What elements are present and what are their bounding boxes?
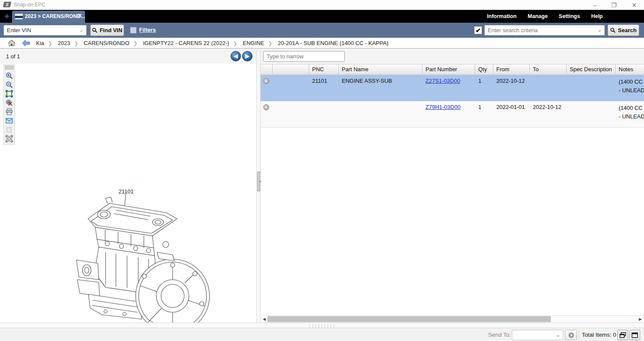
chevron-down-icon[interactable]: ⌄ — [597, 27, 602, 33]
scrollbar-thumb[interactable] — [267, 316, 551, 322]
zoom-area-icon[interactable] — [4, 134, 15, 143]
cell-image — [273, 75, 309, 101]
breadcrumb-model[interactable]: CARENS/RONDO — [84, 40, 129, 46]
vin-combobox[interactable]: Enter VIN ⌄ — [3, 25, 87, 36]
parts-table: PNC Part Name Part Number Qty From To Sp… — [261, 63, 644, 323]
close-button[interactable]: ✕ — [630, 1, 638, 9]
col-from[interactable]: From — [493, 64, 530, 74]
status-divider — [579, 330, 579, 340]
email-icon[interactable] — [4, 116, 15, 125]
single-window-button[interactable] — [629, 330, 640, 340]
col-pnc[interactable]: PNC — [309, 64, 339, 74]
home-icon[interactable] — [8, 39, 15, 46]
tab-bar: + 2023 > CARENS/ROND... ✕ Information Ma… — [0, 10, 644, 23]
col-spec-description[interactable]: Spec Description — [567, 64, 616, 74]
print-icon[interactable] — [4, 107, 15, 116]
fit-to-window-icon[interactable] — [4, 89, 15, 98]
breadcrumb-catalog[interactable]: IGENPTY22 - CARENS 22 (2022-) — [143, 40, 229, 46]
zoom-out-icon[interactable] — [4, 80, 15, 89]
part-callout-label[interactable]: 21101 — [118, 188, 134, 195]
cell-part-number: Z27S1-03D00 — [422, 75, 475, 101]
chevron-down-icon[interactable]: ⌄ — [79, 27, 84, 33]
breadcrumb-section[interactable]: ENGINE — [243, 40, 264, 46]
col-expand[interactable] — [261, 64, 273, 74]
search-label: Search — [618, 27, 636, 33]
col-notes[interactable]: Notes — [616, 64, 644, 74]
breadcrumb-bar: Kia❯ 2023❯ CARENS/RONDO❯ IGENPTY22 - CAR… — [0, 38, 644, 49]
col-part-number[interactable]: Part Number — [422, 64, 475, 74]
menu-settings[interactable]: Settings — [559, 13, 580, 19]
search-button[interactable]: Search — [608, 24, 639, 36]
find-vin-button[interactable]: Find VIN — [90, 24, 124, 36]
filters-link[interactable]: Filters — [139, 27, 156, 33]
col-part-name[interactable]: Part Name — [339, 64, 422, 74]
cascade-windows-button[interactable] — [617, 330, 628, 340]
send-to-dropdown[interactable]: ⌄ — [512, 330, 563, 340]
vin-placeholder: Enter VIN — [7, 27, 31, 33]
menu-help[interactable]: Help — [591, 13, 603, 19]
cell-from: 2022-10-12 — [493, 75, 530, 101]
col-image[interactable] — [273, 64, 309, 74]
zoom-in-icon[interactable] — [4, 71, 15, 80]
new-tab-button[interactable]: + — [3, 12, 11, 21]
cell-part-name — [339, 102, 422, 127]
find-vin-label: Find VIN — [100, 27, 122, 33]
main-toolbar: Enter VIN ⌄ Find VIN Filters ✔ Enter sea… — [0, 23, 644, 38]
status-bar: Send To: ⌄ Total Items: 0 — [0, 328, 644, 341]
search-criteria-combobox[interactable]: Enter search criteria ⌄ — [484, 25, 605, 36]
narrow-filter-input[interactable]: Type to narrow — [263, 51, 345, 62]
engine-illustration[interactable] — [64, 188, 210, 323]
cell-qty: 1 — [475, 75, 493, 101]
maximize-button[interactable]: ❐ — [610, 1, 618, 9]
col-to[interactable]: To — [530, 64, 567, 74]
tab-label: 2023 > CARENS/ROND... — [25, 13, 85, 19]
search-icon — [610, 27, 616, 33]
tab-carens-rondo[interactable]: 2023 > CARENS/ROND... ✕ — [12, 11, 85, 23]
part-number-link[interactable]: Z79H1-03D00 — [425, 104, 461, 110]
filters-checkbox[interactable] — [130, 27, 137, 33]
illustration-viewer: 21101 FR. — [0, 63, 256, 323]
search-icon — [92, 27, 97, 33]
table-header-row: PNC Part Name Part Number Qty From To Sp… — [261, 64, 644, 75]
notes-line: - UNLEAD — [619, 112, 644, 121]
col-qty[interactable]: Qty — [475, 64, 493, 74]
copy-page-icon — [4, 125, 15, 134]
table-row[interactable]: + Z79H1-03D00 1 2022-01-01 2022-10-12 (1… — [261, 102, 644, 128]
breadcrumb-separator-icon: ❯ — [133, 40, 137, 46]
expand-row-icon[interactable]: + — [263, 78, 269, 84]
chevron-down-icon[interactable]: ⌄ — [556, 332, 560, 338]
scroll-left-icon[interactable]: ◀ — [261, 317, 267, 322]
notes-line: (1400 CC — [619, 104, 644, 112]
send-to-label: Send To: — [488, 332, 511, 338]
cell-to: 2022-10-12 — [530, 102, 567, 127]
minimize-button[interactable]: – — [591, 1, 599, 9]
breadcrumb-illustration[interactable]: 20-201A - SUB ENGINE (1400 CC - KAPPA) — [278, 40, 389, 46]
menu-information[interactable]: Information — [487, 13, 516, 19]
expand-row-icon[interactable]: + — [263, 104, 269, 110]
tab-close-icon[interactable]: ✕ — [78, 12, 82, 18]
title-bar: S Snap-on EPC – ❐ ✕ — [0, 0, 644, 10]
table-row[interactable]: + 21101 ENGINE ASSY-SUB Z27S1-03D00 1 20… — [261, 75, 644, 101]
breadcrumb-separator-icon: ❯ — [268, 40, 272, 46]
search-options-checkbox[interactable]: ✔ — [474, 26, 482, 34]
cell-image — [273, 102, 309, 127]
bottom-splitter[interactable] — [0, 323, 644, 328]
breadcrumb-year[interactable]: 2023 — [58, 40, 70, 46]
panel-splitter[interactable] — [256, 49, 261, 323]
splitter-grip-icon — [308, 324, 335, 327]
table-horizontal-scrollbar[interactable]: ◀ ▶ — [261, 315, 644, 323]
breadcrumb-kia[interactable]: Kia — [36, 40, 44, 46]
tab-thumbnail-icon — [15, 14, 23, 19]
scroll-right-icon[interactable]: ▶ — [638, 317, 643, 322]
send-to-go-button[interactable] — [565, 330, 577, 340]
viewer-header: 1 of 1 ◀ ▶ — [0, 49, 256, 63]
back-arrow-icon[interactable] — [22, 39, 30, 47]
clear-highlight-icon[interactable] — [4, 98, 15, 107]
breadcrumb: Kia❯ 2023❯ CARENS/RONDO❯ IGENPTY22 - CAR… — [36, 40, 389, 46]
next-page-button[interactable]: ▶ — [242, 51, 252, 61]
toolbar-grip-handle[interactable] — [5, 66, 14, 69]
part-number-link[interactable]: Z27S1-03D00 — [425, 78, 460, 84]
prev-page-button[interactable]: ◀ — [231, 51, 241, 61]
splitter-collapse-handle[interactable] — [257, 172, 260, 191]
menu-manage[interactable]: Manage — [528, 13, 548, 19]
